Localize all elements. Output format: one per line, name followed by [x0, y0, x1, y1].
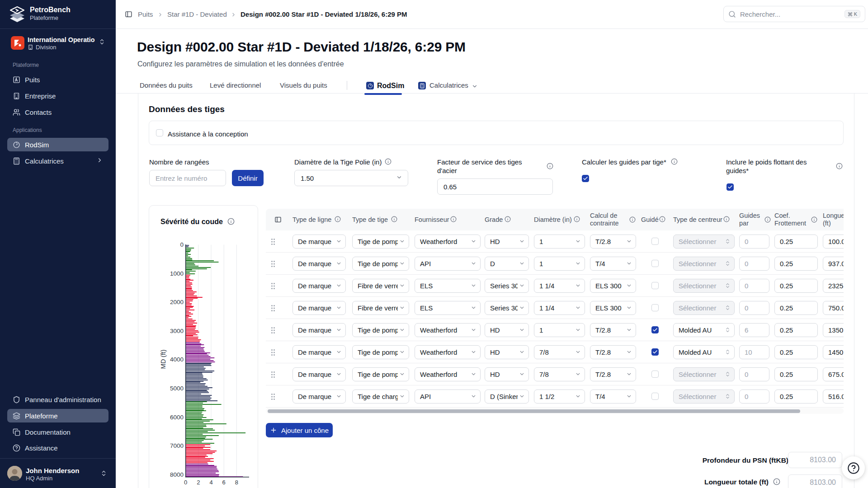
svg-text:6000: 6000: [170, 414, 184, 421]
svg-text:1000: 1000: [170, 270, 184, 277]
svg-text:0: 0: [184, 479, 187, 486]
svg-text:MD (ft): MD (ft): [160, 350, 167, 369]
svg-text:5000: 5000: [170, 385, 184, 392]
svg-text:8000: 8000: [170, 471, 184, 478]
svg-text:4: 4: [209, 479, 212, 486]
svg-text:2: 2: [197, 479, 200, 486]
svg-text:3000: 3000: [170, 328, 184, 334]
svg-text:4000: 4000: [170, 356, 184, 363]
svg-text:7000: 7000: [170, 442, 184, 449]
svg-text:0: 0: [180, 241, 184, 248]
svg-text:2000: 2000: [170, 299, 184, 305]
svg-text:6: 6: [222, 479, 226, 486]
svg-text:8: 8: [235, 479, 238, 486]
